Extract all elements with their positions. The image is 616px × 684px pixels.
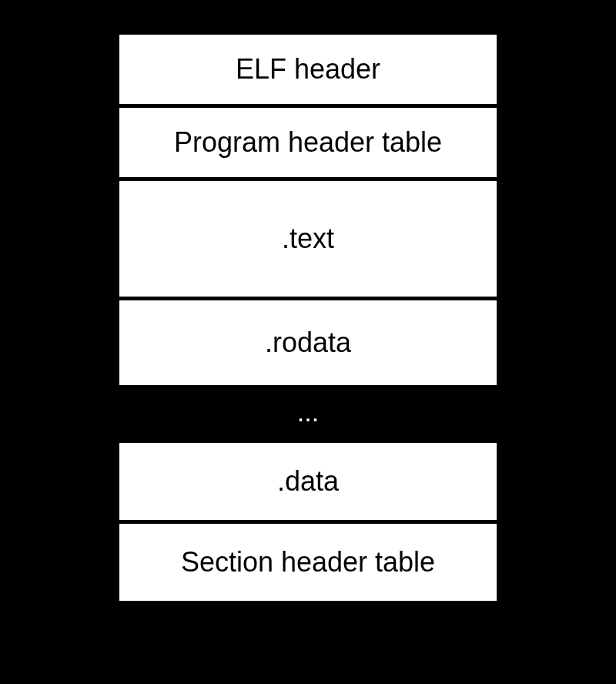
elf-header-label: ELF header (236, 53, 380, 86)
elf-layout-diagram: ELF header Program header table .text .r… (116, 31, 500, 601)
data-section-label: .data (277, 465, 339, 498)
text-section-label: .text (282, 223, 334, 255)
data-section-box: .data (116, 439, 500, 524)
rodata-section-box: .rodata (116, 297, 500, 389)
program-header-table-label: Program header table (174, 126, 442, 159)
ellipsis-label: ... (297, 397, 319, 428)
text-section-box: .text (116, 177, 500, 300)
ellipsis-gap: ... (116, 385, 500, 439)
elf-header-box: ELF header (116, 31, 500, 108)
section-header-table-label: Section header table (181, 546, 435, 578)
section-header-table-box: Section header table (116, 520, 500, 605)
rodata-section-label: .rodata (265, 327, 351, 359)
program-header-table-box: Program header table (116, 104, 500, 181)
